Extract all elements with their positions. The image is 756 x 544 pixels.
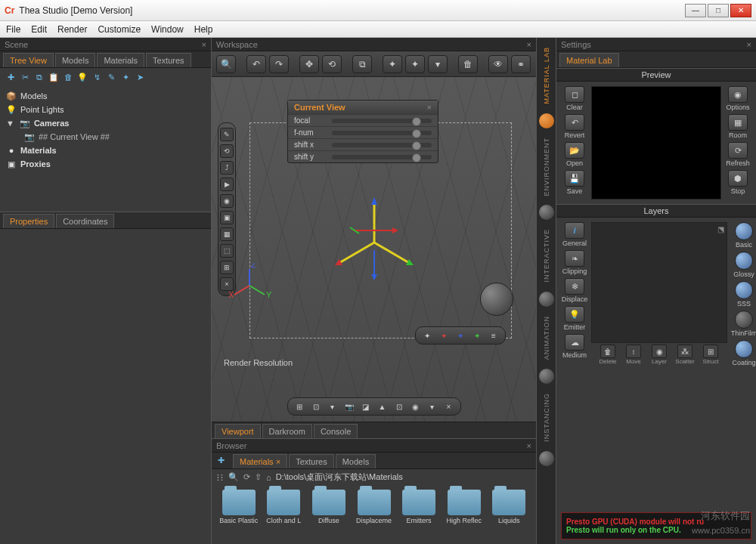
vb-5[interactable]: ◪ (359, 400, 373, 413)
vb-2[interactable]: ⊡ (309, 400, 323, 413)
save-button[interactable]: 💾Save (561, 170, 588, 195)
up-icon[interactable]: ⇧ (255, 472, 262, 482)
fnum-slider[interactable] (332, 131, 432, 135)
scene-close-icon[interactable]: × (202, 40, 206, 49)
gizmo-mode-5[interactable]: ≡ (487, 329, 500, 342)
layer-struct[interactable]: ⊞Struct (699, 345, 723, 365)
delete-icon[interactable]: 🗑 (62, 71, 74, 83)
trash-icon[interactable]: 🗑 (458, 55, 478, 73)
folder-item[interactable]: Emitters (399, 490, 438, 539)
axis-icon[interactable]: ✦ (119, 71, 132, 83)
current-view-panel[interactable]: Current View× focal f-num shift x shift … (287, 100, 438, 163)
eye-icon[interactable]: 👁 (488, 55, 508, 73)
rtab-environment[interactable]: ENVIRONMENT (541, 131, 552, 202)
instancing-icon[interactable] (539, 451, 554, 466)
paste-icon[interactable]: 📋 (48, 71, 60, 83)
expand-icon[interactable]: ▼ (6, 119, 14, 128)
vb-9[interactable]: ▾ (426, 400, 439, 413)
chain-icon[interactable]: ⚭ (511, 55, 531, 73)
search-icon[interactable]: 🔍 (228, 472, 239, 482)
shifty-slider[interactable] (332, 155, 432, 159)
tab-material-lab[interactable]: Material Lab (559, 53, 619, 67)
tree-camera-current[interactable]: 📷## Current View ## (6, 130, 205, 144)
cv-close-icon[interactable]: × (427, 103, 432, 112)
rtab-interactive[interactable]: INTERACTIVE (541, 223, 552, 289)
clear-button[interactable]: ◻Clear (561, 86, 588, 111)
move-icon[interactable]: ✥ (299, 55, 319, 73)
vb-7[interactable]: ⊡ (392, 400, 406, 413)
revert-button[interactable]: ↶Revert (561, 114, 588, 139)
dropdown-icon[interactable]: ▾ (428, 55, 448, 73)
vp-tool-8[interactable]: ⬚ (220, 244, 234, 258)
menu-edit[interactable]: Edit (31, 24, 47, 35)
menu-file[interactable]: File (6, 24, 20, 35)
vb-4[interactable]: 📷 (342, 400, 356, 413)
folder-item[interactable]: Diffuse (309, 490, 349, 539)
folder-item[interactable]: Liquids (489, 490, 528, 539)
tab-tree-view[interactable]: Tree View (3, 53, 54, 67)
menu-customize[interactable]: Customize (98, 24, 141, 35)
sss-button[interactable]: SSS (730, 281, 756, 308)
vp-tool-2[interactable]: ⟲ (220, 144, 234, 158)
tree-proxies[interactable]: ▣Proxies (6, 157, 205, 171)
tree-materials[interactable]: ●Materials (6, 144, 205, 157)
settings-close-icon[interactable]: × (747, 40, 751, 49)
animation-icon[interactable] (539, 369, 554, 384)
tab-viewport[interactable]: Viewport (215, 424, 261, 438)
layers-list[interactable]: ⬔ (591, 222, 727, 343)
displace-button[interactable]: ❄Displace (561, 278, 588, 303)
browser-tab-textures[interactable]: Textures (289, 454, 334, 468)
material-lab-icon[interactable] (539, 113, 554, 128)
home-icon[interactable]: ⌂ (266, 473, 271, 482)
vb-8[interactable]: ◉ (409, 400, 423, 413)
light-icon[interactable]: 💡 (76, 71, 88, 83)
tree-toggle-icon[interactable]: ᎒᎒ (216, 473, 224, 482)
vp-tool-5[interactable]: ◉ (220, 194, 234, 208)
room-button[interactable]: ▦Room (724, 114, 751, 139)
browser-close-icon[interactable]: × (527, 441, 531, 450)
redo-icon[interactable]: ↷ (269, 55, 289, 73)
workspace-close-icon[interactable]: × (527, 40, 531, 49)
menu-help[interactable]: Help (194, 24, 213, 35)
medium-button[interactable]: ☁Medium (561, 334, 588, 359)
tab-textures[interactable]: Textures (146, 53, 191, 67)
glossy-button[interactable]: Glossy (730, 252, 756, 278)
refresh-icon[interactable]: ⟳ (243, 472, 250, 482)
thinfilm-button[interactable]: ThinFilm (730, 311, 756, 337)
gizmo-mode-4[interactable]: ✦ (470, 329, 484, 342)
tab-close-icon[interactable]: × (276, 457, 280, 466)
vp-tool-1[interactable]: ✎ (220, 128, 234, 141)
zoom-icon[interactable]: 🔍 (216, 55, 236, 73)
emitter-button[interactable]: 💡Emitter (561, 306, 588, 331)
gizmo2-icon[interactable]: ✦ (405, 55, 425, 73)
rtab-animation[interactable]: ANIMATION (541, 310, 552, 366)
browser-tab-models[interactable]: Models (336, 454, 376, 468)
vb-6[interactable]: ▲ (376, 400, 389, 413)
vp-tool-6[interactable]: ▣ (220, 211, 234, 224)
tree-cameras[interactable]: ▼📷Cameras (6, 116, 205, 130)
close-button[interactable]: ✕ (730, 4, 751, 17)
general-button[interactable]: iGeneral (561, 222, 588, 247)
cut-icon[interactable]: ✂ (19, 71, 31, 83)
viewport[interactable]: ✎ ⟲ ⤴ ▶ ◉ ▣ ▦ ⬚ ⊞ × Current View× focal … (212, 77, 536, 422)
vb-close[interactable]: × (442, 400, 456, 413)
vp-tool-4[interactable]: ▶ (220, 178, 234, 191)
menu-render[interactable]: Render (57, 24, 87, 35)
maximize-button[interactable]: □ (708, 4, 729, 17)
options-button[interactable]: ◉Options (724, 86, 751, 111)
vp-tool-7[interactable]: ▦ (220, 227, 234, 241)
interactive-icon[interactable] (539, 292, 554, 307)
gizmo-mode-1[interactable]: ✦ (420, 329, 434, 342)
vb-3[interactable]: ▾ (326, 400, 339, 413)
layer-corner-icon[interactable]: ⬔ (717, 225, 724, 233)
transform-gizmo[interactable] (321, 190, 427, 295)
vb-1[interactable]: ⊞ (293, 400, 306, 413)
rotate-icon[interactable]: ⟲ (322, 55, 342, 73)
tree-point-lights[interactable]: 💡Point Lights (6, 103, 205, 116)
menu-window[interactable]: Window (151, 24, 184, 35)
arrow-icon[interactable]: ➤ (134, 71, 146, 83)
brush-icon[interactable]: ✎ (105, 71, 117, 83)
tab-coordinates[interactable]: Coordinates (56, 214, 114, 228)
coating-button[interactable]: Coating (730, 340, 756, 366)
stop-button[interactable]: ⬢Stop (724, 170, 751, 195)
